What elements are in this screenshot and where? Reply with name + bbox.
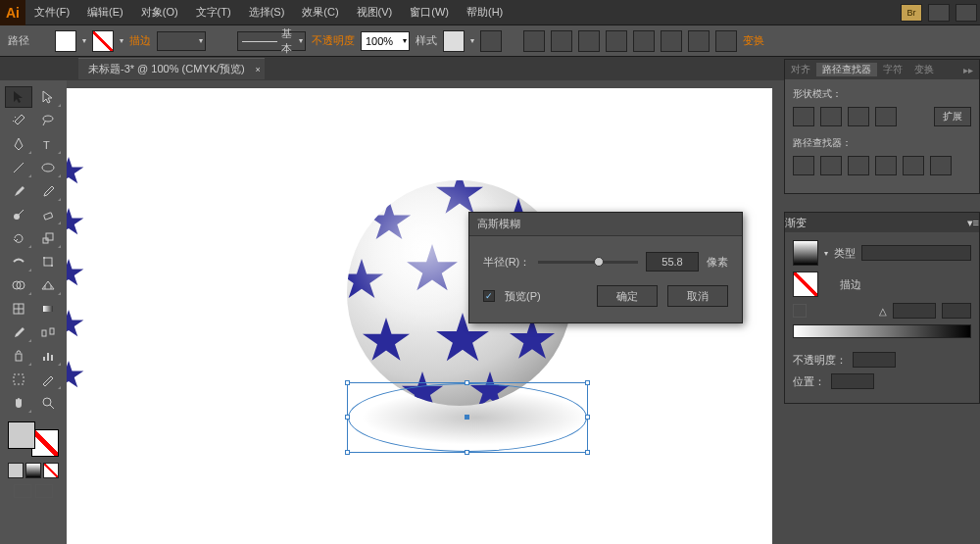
column-graph-tool[interactable] — [34, 345, 62, 367]
transform-link[interactable]: 变换 — [743, 33, 764, 48]
artboard-tool[interactable] — [5, 369, 32, 390]
gradient-type-dropdown[interactable] — [861, 245, 971, 261]
pencil-tool[interactable] — [34, 180, 62, 202]
brush-style-dropdown[interactable]: 基本 — [237, 31, 306, 51]
menu-object[interactable]: 对象(O) — [132, 5, 187, 20]
stroke-mode-3-icon[interactable] — [914, 276, 932, 292]
align-btn-7[interactable] — [688, 30, 710, 52]
eraser-tool[interactable] — [34, 204, 62, 225]
blob-brush-tool[interactable] — [5, 204, 32, 225]
crop-icon[interactable] — [875, 156, 897, 175]
divide-icon[interactable] — [793, 156, 814, 175]
stroke-color-swatch[interactable] — [31, 429, 59, 457]
full-screen-icon[interactable] — [35, 484, 53, 498]
tab-transform[interactable]: 变换 — [908, 63, 940, 76]
align-btn-4[interactable] — [606, 30, 627, 52]
symbol-sprayer-tool[interactable] — [5, 345, 32, 367]
paintbrush-tool[interactable] — [5, 180, 32, 202]
gradient-icon[interactable] — [25, 463, 41, 478]
blend-tool[interactable] — [34, 321, 62, 343]
opacity-dropdown[interactable]: 100% — [361, 31, 410, 51]
minus-back-icon[interactable] — [930, 156, 952, 175]
none-color-icon[interactable] — [43, 463, 59, 478]
menu-window[interactable]: 窗口(W) — [401, 5, 458, 20]
rotate-tool[interactable] — [5, 227, 32, 249]
perspective-grid-tool[interactable] — [34, 274, 62, 296]
align-btn-5[interactable] — [633, 30, 655, 52]
arrange-docs-icon[interactable] — [928, 4, 950, 22]
tab-pathfinder[interactable]: 路径查找器 — [816, 63, 877, 76]
gradient-opacity-field[interactable] — [853, 352, 896, 368]
panel-menu-icon[interactable]: ▸▸ — [957, 65, 979, 75]
panel-menu-icon[interactable]: ▾≡ — [967, 217, 979, 229]
lasso-tool[interactable] — [34, 110, 62, 131]
reverse-gradient-icon[interactable] — [793, 304, 807, 318]
fill-swatch[interactable] — [55, 30, 76, 52]
menu-effect[interactable]: 效果(C) — [293, 5, 347, 20]
align-btn-6[interactable] — [661, 30, 682, 52]
direct-selection-tool[interactable] — [34, 86, 62, 108]
pen-tool[interactable] — [5, 133, 32, 155]
selection-tool[interactable] — [5, 86, 32, 108]
shape-builder-tool[interactable] — [5, 274, 32, 296]
fill-color-swatch[interactable] — [8, 421, 35, 449]
tab-gradient[interactable]: 渐变 — [785, 216, 807, 230]
menu-type[interactable]: 文字(T) — [187, 5, 240, 20]
menu-select[interactable]: 选择(S) — [240, 5, 294, 20]
gradient-location-field[interactable] — [831, 373, 874, 389]
width-tool[interactable] — [5, 251, 32, 272]
workspace-icon[interactable] — [956, 4, 977, 22]
menu-help[interactable]: 帮助(H) — [458, 5, 512, 20]
radius-slider[interactable] — [538, 261, 638, 264]
gradient-preview-swatch[interactable] — [793, 240, 818, 266]
trim-icon[interactable] — [820, 156, 842, 175]
type-tool[interactable]: T — [34, 133, 62, 155]
align-btn-1[interactable] — [523, 30, 545, 52]
stroke-weight-dropdown[interactable] — [157, 31, 206, 51]
merge-icon[interactable] — [848, 156, 869, 175]
minus-front-icon[interactable] — [820, 107, 842, 126]
stroke-label[interactable]: 描边 — [129, 33, 151, 48]
close-tab-icon[interactable]: × — [255, 65, 260, 74]
line-tool[interactable] — [5, 157, 32, 178]
intersect-icon[interactable] — [848, 107, 869, 126]
mesh-tool[interactable] — [5, 298, 32, 320]
zoom-tool[interactable] — [34, 392, 62, 414]
slider-knob[interactable] — [594, 257, 604, 267]
gradient-ramp[interactable] — [793, 324, 971, 338]
menu-view[interactable]: 视图(V) — [348, 5, 402, 20]
selection-bounding-box[interactable] — [347, 382, 588, 453]
recolor-icon[interactable] — [480, 30, 502, 52]
slice-tool[interactable] — [34, 369, 62, 390]
solid-color-icon[interactable] — [8, 463, 24, 478]
expand-button[interactable]: 扩展 — [934, 107, 971, 126]
scale-tool[interactable] — [34, 227, 62, 249]
preview-checkbox[interactable]: ✓ — [483, 290, 495, 302]
gradient-stroke-swatch[interactable] — [793, 272, 818, 297]
free-transform-tool[interactable] — [34, 251, 62, 272]
stroke-mode-2-icon[interactable] — [891, 276, 908, 292]
menu-edit[interactable]: 编辑(E) — [78, 5, 132, 20]
tab-character[interactable]: 字符 — [877, 63, 908, 76]
stroke-mode-1-icon[interactable] — [867, 276, 885, 292]
aspect-field[interactable] — [942, 303, 971, 319]
radius-input[interactable] — [646, 252, 699, 272]
ellipse-tool[interactable] — [34, 157, 62, 178]
align-btn-8[interactable] — [715, 30, 737, 52]
cancel-button[interactable]: 取消 — [667, 285, 728, 307]
hand-tool[interactable] — [5, 392, 32, 414]
align-btn-2[interactable] — [551, 30, 572, 52]
outline-icon[interactable] — [903, 156, 924, 175]
document-tab[interactable]: 未标题-3* @ 100% (CMYK/预览) × — [78, 58, 265, 79]
eyedropper-tool[interactable] — [5, 321, 32, 343]
normal-screen-icon[interactable] — [14, 484, 31, 498]
fill-stroke-indicator[interactable] — [6, 420, 61, 459]
menu-file[interactable]: 文件(F) — [25, 5, 78, 20]
stroke-swatch[interactable] — [92, 30, 114, 52]
opacity-label[interactable]: 不透明度 — [312, 33, 355, 48]
angle-field[interactable] — [893, 303, 936, 319]
ok-button[interactable]: 确定 — [597, 285, 658, 307]
magic-wand-tool[interactable] — [5, 110, 32, 131]
unite-icon[interactable] — [793, 107, 814, 126]
bridge-icon[interactable]: Br — [901, 4, 922, 22]
